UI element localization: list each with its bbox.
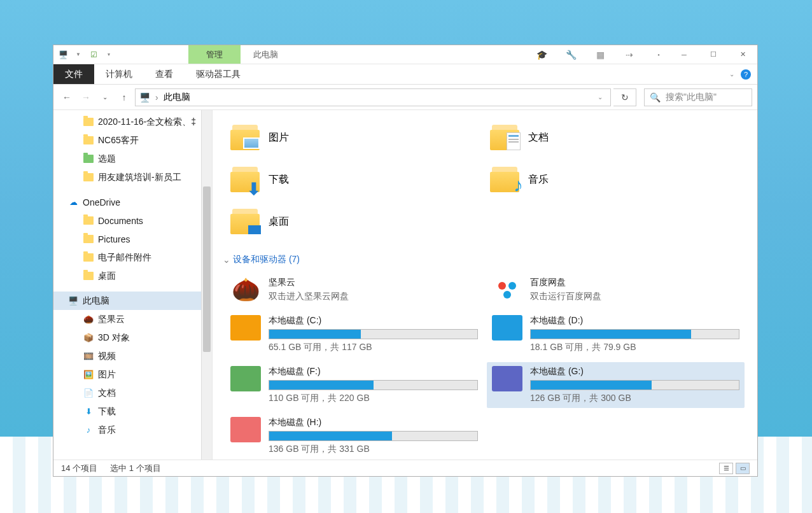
folder-entry[interactable]: ♪音乐 bbox=[490, 161, 739, 198]
tree-icon: ♪ bbox=[83, 425, 94, 436]
tree-item[interactable]: ☁OneDrive bbox=[53, 193, 212, 211]
tree-label: 选题 bbox=[98, 153, 116, 165]
pc-icon: 🖥️ bbox=[57, 49, 69, 60]
tree-item[interactable]: 2020-11-16-全文检索、‡ bbox=[53, 113, 212, 131]
tab-computer[interactable]: 计算机 bbox=[94, 64, 144, 84]
svg-point-2 bbox=[503, 291, 511, 299]
sidebar: 2020-11-16-全文检索、‡NC65客开选题用友建筑培训-新员工☁OneD… bbox=[53, 110, 213, 460]
drive-entry[interactable]: 本地磁盘 (H:)136 GB 可用，共 331 GB bbox=[225, 413, 483, 459]
nav-recent[interactable]: ⌄ bbox=[97, 89, 113, 106]
maximize-button[interactable]: ☐ bbox=[699, 45, 728, 64]
drive-name: 百度网盘 bbox=[530, 277, 739, 288]
drive-sub: 110 GB 可用，共 220 GB bbox=[269, 393, 478, 404]
tree-item[interactable]: 📦3D 对象 bbox=[53, 328, 212, 347]
tree-label: NC65客开 bbox=[98, 135, 139, 146]
sidebar-scrollbar[interactable] bbox=[201, 110, 212, 460]
tree-label: 音乐 bbox=[98, 425, 116, 436]
tab-file[interactable]: 文件 bbox=[53, 64, 94, 84]
nav-back[interactable]: ← bbox=[59, 89, 75, 106]
qat-caret[interactable]: ▾ bbox=[103, 49, 115, 60]
folder-label: 图片 bbox=[269, 131, 289, 144]
wrench-icon[interactable]: 🔧 bbox=[565, 49, 577, 60]
drive-icon bbox=[230, 315, 261, 341]
close-button[interactable]: ✕ bbox=[728, 45, 757, 64]
tree-item[interactable]: 🌰坚果云 bbox=[53, 310, 212, 328]
folder-entry[interactable]: 图片 bbox=[230, 119, 480, 156]
manage-tab[interactable]: 管理 bbox=[188, 45, 241, 64]
view-details-button[interactable]: ☰ bbox=[719, 463, 733, 474]
refresh-button[interactable]: ↻ bbox=[613, 88, 636, 106]
tree-item[interactable]: 🖼️图片 bbox=[53, 365, 212, 384]
drive-bar bbox=[269, 329, 478, 339]
tree-item[interactable]: NC65客开 bbox=[53, 131, 212, 150]
help-icon[interactable]: ? bbox=[741, 69, 751, 80]
chevron-right-icon: › bbox=[155, 92, 158, 102]
breadcrumb[interactable]: 此电脑 bbox=[164, 92, 190, 103]
tree-icon: ⬇ bbox=[83, 406, 94, 418]
tree-item[interactable]: 🖥️此电脑 bbox=[53, 292, 212, 310]
tree-label: 2020-11-16-全文检索、‡ bbox=[98, 116, 196, 128]
nav-up[interactable]: ↑ bbox=[116, 89, 132, 106]
tree-item[interactable]: ♪音乐 bbox=[53, 421, 212, 439]
tab-drive-tools[interactable]: 驱动器工具 bbox=[185, 64, 252, 84]
folder-icon bbox=[490, 125, 521, 150]
drive-name: 本地磁盘 (D:) bbox=[530, 315, 739, 327]
scroll-thumb[interactable] bbox=[203, 186, 211, 352]
drive-entry[interactable]: 🌰坚果云双击进入坚果云网盘 bbox=[225, 273, 483, 306]
tb-icon-1[interactable]: 🎓 bbox=[536, 49, 547, 60]
chevron-down-icon: ⌄ bbox=[223, 255, 230, 265]
drive-sub: 双击进入坚果云网盘 bbox=[269, 291, 478, 302]
drive-entry[interactable]: 本地磁盘 (C:)65.1 GB 可用，共 117 GB bbox=[225, 311, 483, 357]
search-icon: 🔍 bbox=[650, 92, 661, 102]
grid-icon[interactable]: ▦ bbox=[594, 49, 606, 60]
qat-dropdown[interactable]: ▼ bbox=[73, 49, 84, 60]
tree-item[interactable]: ⬇下载 bbox=[53, 402, 212, 421]
minimize-button[interactable]: ─ bbox=[669, 45, 699, 64]
tree-label: OneDrive bbox=[83, 197, 120, 207]
section-header[interactable]: ⌄ 设备和驱动器 (7) bbox=[213, 251, 757, 273]
folder-entry[interactable]: ⬇下载 bbox=[230, 161, 480, 198]
folder-label: 文档 bbox=[528, 131, 549, 144]
qat-check-icon[interactable]: ☑ bbox=[88, 49, 99, 60]
search-placeholder: 搜索"此电脑" bbox=[666, 92, 717, 103]
nav-forward[interactable]: → bbox=[78, 89, 94, 106]
address-dropdown[interactable]: ⌄ bbox=[598, 94, 606, 101]
ribbon-collapse-icon[interactable]: ⌄ bbox=[729, 71, 734, 78]
tree-item[interactable]: 电子邮件附件 bbox=[53, 248, 212, 267]
folder-icon: ♪ bbox=[490, 167, 521, 192]
tree-item[interactable]: 选题 bbox=[53, 150, 212, 168]
tree-label: 视频 bbox=[98, 351, 116, 362]
drive-sub: 18.1 GB 可用，共 79.9 GB bbox=[530, 342, 739, 353]
tree-icon: 📦 bbox=[83, 332, 94, 344]
tree-item[interactable]: 📄文档 bbox=[53, 384, 212, 402]
address-bar[interactable]: 🖥️ › 此电脑 ⌄ bbox=[135, 88, 611, 106]
tree-item[interactable]: 用友建筑培训-新员工 bbox=[53, 168, 212, 186]
tree-item[interactable]: 🎞️视频 bbox=[53, 347, 212, 365]
folder-icon bbox=[230, 209, 261, 234]
search-input[interactable]: 🔍 搜索"此电脑" bbox=[644, 88, 752, 106]
pin-icon[interactable]: ⇢ bbox=[624, 49, 635, 60]
tree-item[interactable]: Pictures bbox=[53, 230, 212, 248]
drive-icon bbox=[492, 315, 522, 341]
status-bar: 14 个项目 选中 1 个项目 ☰ ▭ bbox=[53, 460, 757, 476]
drive-entry[interactable]: 本地磁盘 (D:)18.1 GB 可用，共 79.9 GB bbox=[487, 311, 745, 357]
tree-item[interactable]: Documents bbox=[53, 211, 212, 230]
tree-label: 用友建筑培训-新员工 bbox=[98, 172, 181, 183]
tree-icon: 📄 bbox=[83, 388, 94, 399]
folder-entry[interactable]: 桌面 bbox=[230, 203, 480, 240]
drive-icon bbox=[230, 366, 261, 391]
view-tiles-button[interactable]: ▭ bbox=[736, 463, 750, 474]
drive-entry[interactable]: 本地磁盘 (G:)126 GB 可用，共 300 GB bbox=[487, 362, 745, 408]
tab-view[interactable]: 查看 bbox=[144, 64, 185, 84]
tree-item[interactable]: 桌面 bbox=[53, 267, 212, 285]
dot-icon[interactable]: ● bbox=[653, 49, 664, 60]
tree-label: Documents bbox=[98, 216, 143, 226]
content-pane: 图片文档⬇下载♪音乐桌面 ⌄ 设备和驱动器 (7) 🌰坚果云双击进入坚果云网盘百… bbox=[213, 110, 757, 460]
folder-entry[interactable]: 文档 bbox=[490, 119, 739, 156]
drive-entry[interactable]: 百度网盘双击运行百度网盘 bbox=[487, 273, 745, 306]
tree-icon bbox=[83, 234, 94, 245]
drive-name: 本地磁盘 (H:) bbox=[269, 417, 478, 428]
title-bar: 🖥️ ▼ ☑ ▾ 管理 此电脑 🎓 🔧 ▦ ⇢ ● ─ ☐ ✕ bbox=[53, 45, 757, 64]
drive-sub: 136 GB 可用，共 331 GB bbox=[269, 444, 478, 455]
drive-entry[interactable]: 本地磁盘 (F:)110 GB 可用，共 220 GB bbox=[225, 362, 483, 408]
